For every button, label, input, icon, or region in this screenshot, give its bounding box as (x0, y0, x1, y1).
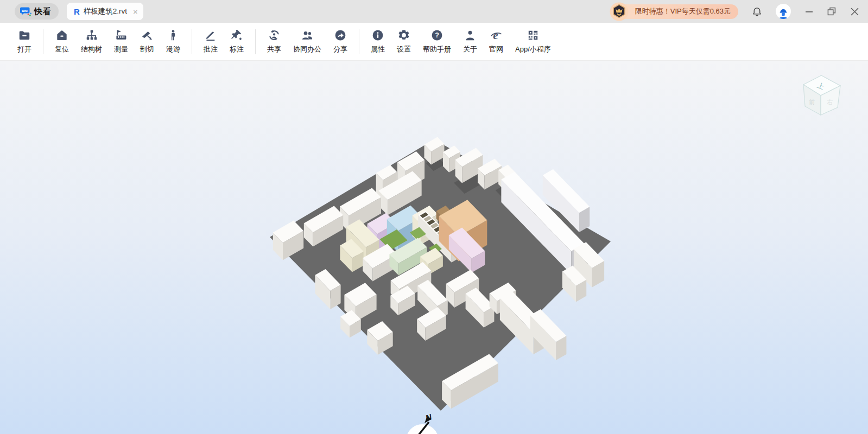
tool-markup[interactable]: 标注 (224, 29, 250, 54)
tool-label: 官网 (489, 44, 503, 54)
walkthrough-person-icon (167, 29, 180, 42)
tool-label: 关于 (463, 44, 477, 54)
tool-measure[interactable]: 测量 (108, 29, 134, 54)
help-question-icon: ? (430, 29, 443, 42)
app-logo[interactable]: BIM 快看 (15, 3, 59, 20)
toolbar-divider (192, 29, 192, 54)
notifications-bell-icon[interactable] (751, 6, 763, 17)
view-cube-front-label: 前 (809, 99, 815, 105)
tool-label: 打开 (17, 44, 31, 54)
model-viewport-3d[interactable]: 上 前 右 N (0, 61, 868, 434)
restore-button[interactable] (827, 7, 836, 16)
svg-text:?: ? (435, 31, 439, 39)
svg-text:e: e (493, 29, 498, 42)
tool-collaboration[interactable]: 协同办公 (287, 29, 327, 54)
vip-banner[interactable]: 限时特惠！VIP每天仅需0.63元 (612, 4, 738, 19)
about-person-icon (464, 29, 477, 42)
document-tab[interactable]: R 样板建筑2.rvt × (67, 3, 143, 20)
tool-structure-tree[interactable]: 结构树 (75, 29, 108, 54)
titlebar: BIM 快看 R 样板建筑2.rvt × 限时特惠！VIP每天仅需0.63元 (0, 0, 868, 23)
tool-open[interactable]: 打开 (11, 29, 37, 54)
tool-label: 帮助手册 (423, 44, 451, 54)
annotate-pen-icon (204, 29, 217, 42)
bim-chat-bubble-icon: BIM (20, 6, 31, 17)
tool-label: 批注 (204, 44, 218, 54)
main-toolbar: 打开 复位 结构树 测量 剖 (0, 23, 868, 61)
tool-app-miniprogram[interactable]: App/小程序 (509, 29, 557, 54)
vip-banner-text: 限时特惠！VIP每天仅需0.63元 (635, 7, 731, 16)
structure-tree-icon (85, 29, 98, 42)
tool-label: 漫游 (166, 44, 180, 54)
minimize-button[interactable] (805, 8, 813, 16)
vip-crown-icon (610, 2, 629, 21)
tool-label: 标注 (230, 44, 244, 54)
tool-label: 共享 (267, 44, 281, 54)
collaboration-people-icon (301, 29, 314, 42)
toolbar-divider (359, 29, 359, 54)
website-e-icon: e (490, 29, 503, 42)
reset-home-icon (55, 29, 68, 42)
tool-reset[interactable]: 复位 (49, 29, 75, 54)
toolbar-divider (255, 29, 256, 54)
tool-settings[interactable]: 设置 (391, 29, 417, 54)
tool-share-sync[interactable]: 共享 (261, 29, 287, 54)
tool-about[interactable]: 关于 (457, 29, 483, 54)
tool-roam[interactable]: 漫游 (160, 29, 186, 54)
app-name: 快看 (34, 7, 52, 17)
north-arrow: N (406, 412, 439, 434)
tool-label: 测量 (114, 44, 128, 54)
tool-annotate[interactable]: 批注 (198, 29, 224, 54)
view-cube[interactable]: 上 前 右 (803, 75, 840, 115)
scene-3d-canvas[interactable]: 上 前 右 N (0, 61, 868, 434)
toolbar-divider (43, 29, 43, 54)
open-folder-icon (18, 29, 31, 42)
tool-label: App/小程序 (515, 44, 551, 54)
share-arrow-icon (334, 29, 347, 42)
tool-label: 剖切 (140, 44, 154, 54)
view-cube-side-label: 右 (827, 99, 833, 105)
tool-help-manual[interactable]: ? 帮助手册 (417, 29, 457, 54)
qr-code-icon (527, 29, 540, 42)
tool-label: 分享 (333, 44, 347, 54)
tool-label: 设置 (397, 44, 411, 54)
properties-info-icon (371, 29, 384, 42)
section-cut-icon (141, 29, 154, 42)
tool-label: 结构树 (81, 44, 102, 54)
measure-ruler-icon (115, 29, 128, 42)
tool-share[interactable]: 分享 (327, 29, 353, 54)
tab-title: 样板建筑2.rvt (84, 7, 127, 16)
revit-file-icon: R (74, 7, 80, 16)
user-avatar[interactable] (776, 4, 791, 19)
tool-section[interactable]: 剖切 (134, 29, 160, 54)
close-button[interactable] (850, 7, 859, 16)
tool-website[interactable]: e 官网 (483, 29, 509, 54)
tool-properties[interactable]: 属性 (365, 29, 391, 54)
tool-label: 协同办公 (293, 44, 321, 54)
tool-label: 复位 (55, 44, 69, 54)
tool-label: 属性 (371, 44, 385, 54)
bim-badge-text: BIM (22, 9, 28, 12)
settings-gear-icon (397, 29, 410, 42)
tab-close-icon[interactable]: × (133, 8, 138, 16)
shared-sync-icon (268, 29, 281, 42)
markup-pin-icon (230, 29, 243, 42)
